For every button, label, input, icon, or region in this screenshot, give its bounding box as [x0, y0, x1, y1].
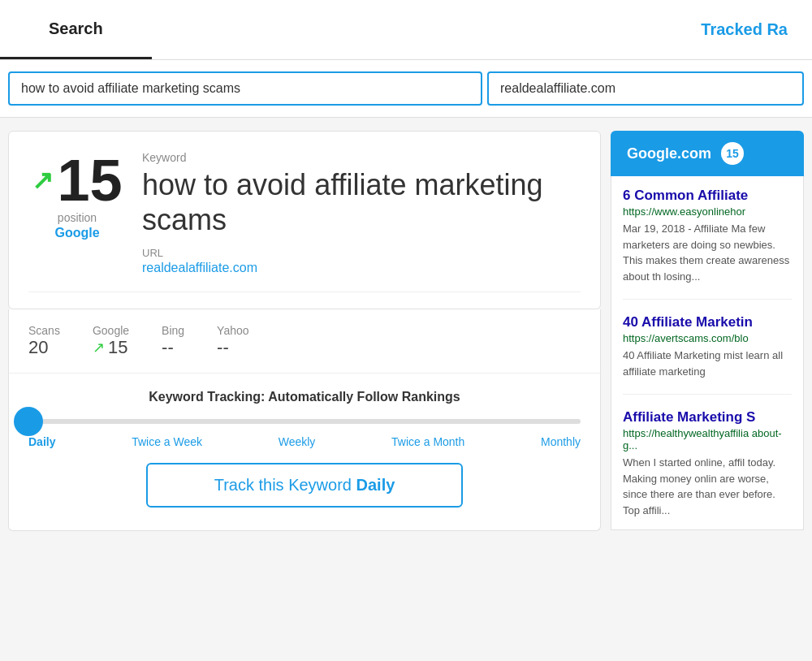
domain-input[interactable] [487, 71, 804, 106]
tracking-section: Keyword Tracking: Automatically Follow R… [8, 374, 601, 531]
track-keyword-button[interactable]: Track this Keyword Daily [146, 463, 463, 508]
serp-result-3-desc: When I started online, affil today. Maki… [623, 455, 792, 518]
freq-labels: Daily Twice a Week Weekly Twice a Month … [28, 435, 581, 448]
freq-thumb[interactable] [14, 407, 43, 436]
serp-result-2-desc: 40 Affiliate Marketing mist learn all af… [623, 348, 792, 379]
keyword-details: Keyword how to avoid affiliate marketing… [142, 151, 581, 275]
engine-label: Google [54, 226, 99, 240]
serp-result-2-title[interactable]: 40 Affiliate Marketin [623, 314, 792, 330]
serp-divider-2 [623, 394, 792, 395]
freq-label-weekly[interactable]: Weekly [279, 435, 316, 448]
serp-result-1-url: https://www.easyonlinehor [623, 205, 792, 218]
google-num: 15 [108, 337, 127, 358]
tab-search[interactable]: Search [0, 0, 152, 59]
serp-engine-label: Google.com [627, 145, 711, 162]
stat-yahoo: Yahoo -- [217, 324, 248, 358]
track-btn-label-normal: Track this Keyword [214, 476, 356, 494]
serp-result-1-desc: Mar 19, 2018 - Affiliate Ma few marketer… [623, 221, 792, 284]
yahoo-label: Yahoo [217, 324, 248, 337]
freq-label-monthly[interactable]: Monthly [541, 435, 581, 448]
serp-result-2: 40 Affiliate Marketin https://avertscams… [623, 314, 792, 379]
google-value: ↗ 15 [93, 337, 129, 358]
position-label: position [58, 211, 97, 224]
arrow-up-icon: ↗ [32, 167, 54, 193]
keyword-card: ↗ 15 position Google Keyword how to avoi… [8, 131, 601, 309]
search-bar [0, 60, 812, 118]
serp-divider-1 [623, 299, 792, 300]
arrow-num: ↗ 15 [32, 151, 122, 210]
freq-track [28, 419, 581, 424]
serp-count-badge: 15 [721, 142, 744, 165]
serp-header: Google.com 15 [611, 131, 804, 176]
scans-label: Scans [28, 324, 60, 337]
serp-result-3: Affiliate Marketing S https://healthywea… [623, 409, 792, 518]
right-panel: Google.com 15 6 Common Affiliate https:/… [611, 131, 804, 531]
bing-label: Bing [162, 324, 184, 337]
tracking-label-suffix: : Automatically Follow Rankings [261, 390, 460, 404]
track-btn-label-bold: Daily [356, 476, 395, 494]
keyword-section-label: Keyword [142, 151, 581, 164]
yahoo-value: -- [217, 337, 248, 358]
search-input[interactable] [8, 71, 482, 106]
bing-value: -- [162, 337, 184, 358]
stats-row: Scans 20 Google ↗ 15 Bing -- Yahoo -- [8, 309, 601, 374]
left-panel: ↗ 15 position Google Keyword how to avoi… [8, 131, 601, 531]
url-label: URL [142, 247, 581, 259]
serp-result-1-title[interactable]: 6 Common Affiliate [623, 188, 792, 204]
keyword-card-top: ↗ 15 position Google Keyword how to avoi… [28, 151, 581, 292]
url-link[interactable]: realdealaffiliate.com [142, 261, 257, 274]
google-label: Google [93, 324, 129, 337]
tracking-label-prefix: Keyword Tracking [149, 390, 261, 404]
serp-result-3-url: https://healthywealthyaffilia about-g... [623, 427, 792, 451]
position-number: 15 [57, 151, 122, 210]
main-content: ↗ 15 position Google Keyword how to avoi… [0, 118, 812, 544]
freq-label-daily[interactable]: Daily [28, 435, 55, 448]
position-block: ↗ 15 position Google [28, 151, 126, 240]
serp-results: 6 Common Affiliate https://www.easyonlin… [611, 176, 804, 530]
google-arrow-icon: ↗ [93, 339, 105, 356]
tab-tracked[interactable]: Tracked Ra [676, 0, 812, 59]
freq-label-twice-week[interactable]: Twice a Week [132, 435, 202, 448]
stat-scans: Scans 20 [28, 324, 60, 358]
serp-result-2-url: https://avertscams.com/blo [623, 332, 792, 344]
serp-result-3-title[interactable]: Affiliate Marketing S [623, 409, 792, 426]
freq-label-twice-month[interactable]: Twice a Month [391, 435, 464, 448]
header: Search Tracked Ra [0, 0, 812, 60]
scans-value: 20 [28, 337, 60, 358]
stat-bing: Bing -- [162, 324, 184, 358]
keyword-title: how to avoid affiliate marketing scams [142, 167, 581, 237]
serp-result-1: 6 Common Affiliate https://www.easyonlin… [623, 188, 792, 284]
stat-google: Google ↗ 15 [93, 324, 129, 358]
frequency-slider[interactable] [28, 419, 581, 424]
tracking-label: Keyword Tracking: Automatically Follow R… [28, 390, 581, 404]
